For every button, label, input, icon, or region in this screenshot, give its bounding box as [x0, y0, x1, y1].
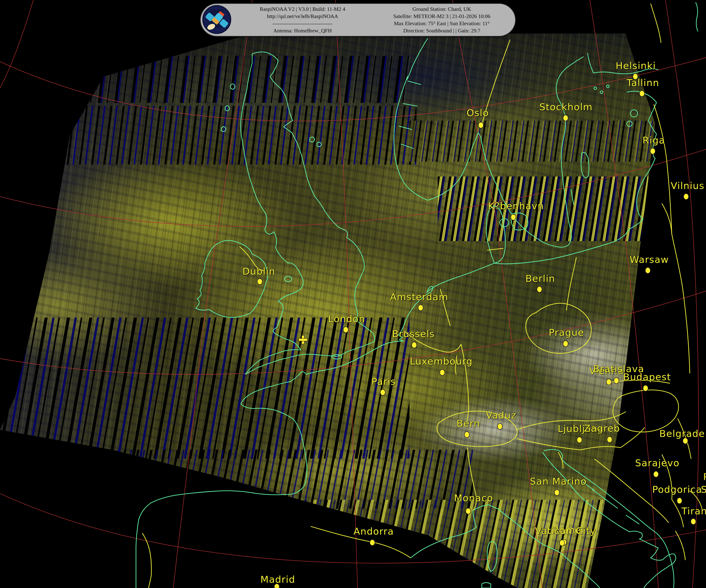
banner-elevation: Max Elevation: 75° East | Sun Elevation:… [372, 20, 511, 27]
city-label: Andorra [354, 526, 394, 537]
city-label: Warsaw [630, 254, 669, 265]
banner-direction-gain: Direction: Southbound | | Gain: 29.7 [372, 27, 511, 34]
city-label: Helsinki [616, 60, 656, 71]
city-label: Paris [371, 376, 396, 387]
city-dot [537, 287, 542, 292]
graticule-lines [0, 0, 706, 588]
city-label: Dublin [242, 266, 275, 277]
city-label: Amsterdam [390, 291, 448, 302]
banner-right-column: Ground Station: Chard, UK Satellite: MET… [372, 4, 511, 36]
city-dot [614, 378, 619, 383]
city-dot [465, 432, 469, 437]
city-label: London [328, 313, 365, 324]
city-dot [560, 540, 564, 546]
city-label: K?benhavn [488, 201, 544, 212]
city-dot [654, 471, 658, 477]
city-label: Stockholm [539, 101, 592, 113]
city-dot [563, 341, 568, 346]
city-dot [555, 490, 559, 495]
city-dot [511, 215, 516, 220]
info-banner: RaspiNOAA V2 | V3.0 | Build: 11-M2 4 htt… [200, 3, 516, 37]
city-dot [370, 540, 375, 545]
satellite-map-canvas: HelsinkiTallinnStockholmOsloRigaVilniusK… [0, 0, 706, 588]
city-label: Bern [457, 418, 480, 429]
banner-antenna: Antenna: HomeBrew_QFH [233, 27, 372, 34]
city-label: Tirana [681, 506, 706, 517]
city-label: Vatican City [535, 525, 596, 536]
city-dot [344, 327, 348, 333]
city-dot [563, 115, 568, 121]
city-dot [466, 508, 470, 514]
map-overlay [0, 0, 706, 588]
raspinoaa-logo satellite-icon [202, 5, 231, 34]
banner-left-column: RaspiNOAA V2 | V3.0 | Build: 11-M2 4 htt… [233, 4, 372, 36]
city-label: Prague [549, 327, 584, 338]
banner-title: RaspiNOAA V2 | V3.0 | Build: 11-M2 4 [233, 5, 372, 13]
city-label: Brussels [392, 328, 435, 339]
city-dot [479, 123, 483, 128]
banner-url: http://qsl.net/ve3elb/RaspiNOAA [233, 13, 372, 20]
city-label: San Marino [530, 476, 587, 487]
city-label: Berlin [525, 273, 555, 284]
city-label: Vilnius [671, 180, 704, 191]
city-label: Pristina [703, 471, 706, 482]
banner-satellite-pass: Satellite: METEOR-M2 3 | 21-01-2026 10:0… [372, 13, 511, 20]
city-label: Monaco [454, 493, 493, 504]
city-label: Zagreb [584, 423, 620, 434]
city-label: Belgrade [659, 428, 705, 439]
city-label: Madrid [260, 574, 295, 585]
city-label: Vaduz [486, 410, 516, 421]
city-label: Budapest [623, 372, 671, 382]
city-dot [643, 386, 648, 391]
city-label: Sarajevo [635, 458, 679, 468]
city-dot [651, 149, 655, 154]
city-dot [440, 370, 444, 375]
city-dot [275, 584, 279, 588]
city-dot [412, 342, 417, 348]
city-label: Podgorica [652, 484, 702, 495]
banner-divider: ---------------------------------- [233, 20, 372, 27]
city-label: Tallinn [627, 77, 659, 88]
city-dot [691, 519, 696, 524]
banner-ground-station: Ground Station: Chard, UK [372, 5, 511, 13]
city-dot [258, 279, 262, 285]
city-dot [498, 424, 502, 429]
city-dot [683, 438, 688, 444]
city-label: Luxembourg [410, 356, 473, 367]
city-dot [577, 437, 582, 443]
city-label: Oslo [467, 108, 489, 118]
city-dot [677, 498, 682, 504]
city-dot [606, 379, 611, 385]
city-label: Skopje [701, 484, 706, 495]
city-dot [381, 389, 385, 395]
city-dot [607, 437, 612, 442]
city-dot [418, 305, 423, 310]
city-dot [684, 194, 689, 199]
city-dot [645, 267, 650, 273]
ground-station-marker [299, 336, 307, 344]
city-label: Riga [642, 135, 665, 146]
city-dot [640, 91, 644, 96]
